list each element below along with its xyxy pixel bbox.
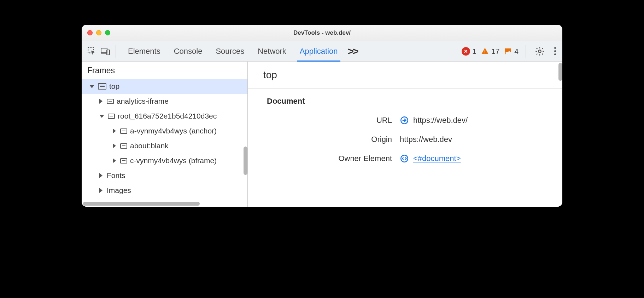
kv-value[interactable]: https://web.dev/ <box>400 116 468 125</box>
url-text: https://web.dev/ <box>413 116 468 125</box>
issues-icon <box>504 47 512 56</box>
frame-icon <box>98 83 106 90</box>
disclosure-right-icon[interactable] <box>113 158 116 163</box>
tab-network[interactable]: Network <box>258 42 286 61</box>
issues-count: 4 <box>514 47 519 56</box>
frames-sidebar: Frames top analytics-iframe root_616a752… <box>82 62 248 207</box>
detail-title: top <box>248 62 562 89</box>
tree-item-images[interactable]: Images <box>82 183 247 198</box>
domain-icon <box>400 116 409 125</box>
tree-label: analytics-iframe <box>117 97 169 105</box>
sidebar-horizontal-scrollbar[interactable] <box>83 202 200 206</box>
issues-badge[interactable]: 4 <box>504 47 519 56</box>
errors-count: 1 <box>472 47 476 56</box>
frame-icon <box>120 158 127 164</box>
inspect-element-icon[interactable] <box>87 46 97 57</box>
frame-icon <box>108 114 115 119</box>
main-toolbar: Elements Console Sources Network Applica… <box>82 41 562 62</box>
disclosure-down-icon[interactable] <box>89 85 94 88</box>
window-close-button[interactable] <box>87 30 93 35</box>
disclosure-right-icon[interactable] <box>113 128 116 133</box>
disclosure-right-icon[interactable] <box>113 143 116 148</box>
kv-key: URL <box>248 116 400 125</box>
detail-section-title: Document <box>248 89 562 111</box>
panel-tabs: Elements Console Sources Network Applica… <box>121 42 338 61</box>
traffic-lights <box>87 30 110 35</box>
tree-item[interactable]: c-vynmy4vb4wys (bframe) <box>82 153 247 168</box>
svg-rect-5 <box>485 52 485 53</box>
tree-label: Fonts <box>107 171 125 180</box>
svg-rect-1 <box>101 48 107 53</box>
code-icon <box>400 154 409 163</box>
errors-badge[interactable]: 1 <box>462 47 476 56</box>
device-toggle-icon[interactable] <box>100 46 111 57</box>
kv-key: Owner Element <box>248 154 400 163</box>
panel-body: Frames top analytics-iframe root_616a752… <box>82 62 562 207</box>
window-zoom-button[interactable] <box>105 30 110 35</box>
frame-icon <box>107 99 114 104</box>
disclosure-right-icon[interactable] <box>99 188 103 193</box>
window-title: DevTools - web.dev/ <box>82 29 562 36</box>
kv-value[interactable]: <#document> <box>400 154 461 163</box>
tree-label: c-vynmy4vb4wys (bframe) <box>130 156 217 165</box>
toolbar-divider <box>526 45 526 58</box>
disclosure-right-icon[interactable] <box>99 99 103 104</box>
error-icon <box>462 47 470 56</box>
warning-icon <box>481 47 489 56</box>
frame-detail-panel: top Document URL https://web.dev/ Origin <box>248 62 562 207</box>
sidebar-heading: Frames <box>82 62 247 79</box>
tabs-overflow-button[interactable]: >> <box>347 45 357 57</box>
disclosure-down-icon[interactable] <box>99 115 104 118</box>
frame-icon <box>120 128 127 134</box>
settings-button[interactable] <box>534 46 545 57</box>
tree-item[interactable]: a-vynmy4vb4wys (anchor) <box>82 124 247 138</box>
kv-key: Origin <box>248 135 400 144</box>
more-options-button[interactable] <box>551 45 559 57</box>
owner-element-link[interactable]: <#document> <box>413 154 461 163</box>
svg-point-7 <box>538 50 541 52</box>
tree-item-fonts[interactable]: Fonts <box>82 168 247 183</box>
status-badges: 1 17 4 <box>462 47 519 56</box>
tab-console[interactable]: Console <box>174 42 203 61</box>
tree-item[interactable]: about:blank <box>82 138 247 153</box>
frames-tree: top analytics-iframe root_616a752e1b5d42… <box>82 79 247 201</box>
tab-elements[interactable]: Elements <box>128 42 160 61</box>
svg-rect-6 <box>505 48 506 54</box>
tree-item-top[interactable]: top <box>82 79 247 94</box>
toolbar-divider <box>116 45 116 58</box>
tab-sources[interactable]: Sources <box>216 42 244 61</box>
kv-origin: Origin https://web.dev <box>248 130 562 149</box>
tab-application[interactable]: Application <box>300 42 338 61</box>
titlebar: DevTools - web.dev/ <box>82 25 562 41</box>
kv-value: https://web.dev <box>400 135 452 144</box>
disclosure-right-icon[interactable] <box>99 173 103 178</box>
tree-label: top <box>109 82 119 91</box>
warnings-badge[interactable]: 17 <box>481 47 499 56</box>
tree-item[interactable]: root_616a752e1b5d4210d3ec <box>82 109 247 124</box>
warnings-count: 17 <box>491 47 499 56</box>
tree-label: Images <box>107 186 131 195</box>
frame-icon <box>120 143 127 149</box>
window-minimize-button[interactable] <box>96 30 101 35</box>
tree-label: a-vynmy4vb4wys (anchor) <box>130 127 217 135</box>
devtools-window: DevTools - web.dev/ Elements Console Sou… <box>82 25 562 207</box>
tree-label: about:blank <box>130 142 169 150</box>
kv-owner-element: Owner Element <#document> <box>248 149 562 168</box>
kv-url: URL https://web.dev/ <box>248 111 562 130</box>
origin-text: https://web.dev <box>400 135 452 144</box>
tree-item[interactable]: analytics-iframe <box>82 94 247 109</box>
svg-rect-4 <box>485 50 485 52</box>
tree-label: root_616a752e1b5d4210d3ec <box>118 112 217 120</box>
